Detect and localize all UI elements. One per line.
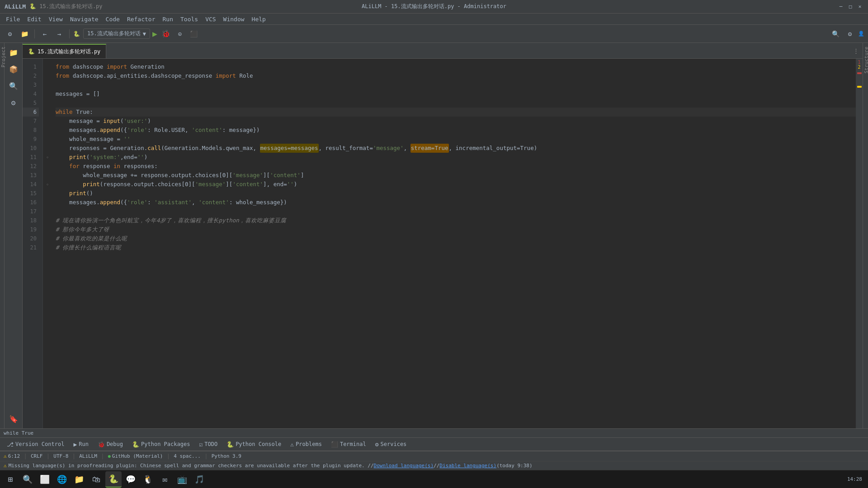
gutter-14: ◦ [43,180,52,189]
taskbar-app[interactable]: 📺 [174,471,190,488]
tab-python-packages-label: Python Packages [141,441,190,447]
line-num-8: 8 [23,126,39,135]
error-indicator-1 [857,72,862,74]
taskbar-task-view[interactable]: ⬜ [37,471,53,488]
tab-debug[interactable]: 🐞 Debug [93,438,127,450]
tab-python-console-label: Python Console [236,441,281,447]
code-line-3 [56,80,856,89]
toolbar-forward-icon[interactable]: → [53,28,66,40]
error-stripe: 1 2 [856,59,863,428]
editor-tab-main[interactable]: 🐍 15.流式输出多轮对话.py [23,44,106,58]
toolbar-back-icon[interactable]: ← [38,28,51,40]
taskbar-pycharm[interactable]: 🐍 [105,471,122,488]
menu-view[interactable]: View [45,15,66,23]
tab-problems-label: Problems [296,441,322,447]
menu-refactor[interactable]: Refactor [123,15,159,23]
tab-python-console[interactable]: 🐍 Python Console [222,438,286,450]
download-link[interactable]: Download language(s) [374,463,434,469]
code-content[interactable]: from dashscope import Generation from da… [52,59,856,428]
code-line-4: messages = [] [56,89,856,99]
menu-vcs[interactable]: VCS [202,15,219,23]
code-line-11: print('system:',end='') [56,153,856,162]
menu-edit[interactable]: Edit [24,15,45,23]
line-num-17: 17 [23,207,39,216]
line-num-9: 9 [23,135,39,144]
taskbar-right: 14:28 [844,476,866,482]
menu-help[interactable]: Help [248,15,269,23]
tab-more-button[interactable]: ⋮ [849,47,863,54]
run-button[interactable]: ▶ [151,28,158,39]
status-language: Python 3.9 [212,453,241,459]
taskbar-app2[interactable]: 🎵 [191,471,208,488]
line-num-20: 20 [23,234,39,243]
taskbar-edge[interactable]: 🌐 [54,471,70,488]
sidebar-icon-2[interactable]: 📦 [6,62,21,76]
problems-icon: ⚠ [290,441,294,448]
gutter-10 [43,144,52,153]
line-num-12: 12 [23,162,39,171]
menu-navigate[interactable]: Navigate [66,15,102,23]
tab-run[interactable]: ▶ Run [69,438,93,450]
tab-problems[interactable]: ⚠ Problems [286,438,326,450]
sidebar-icon-1[interactable]: 📁 [6,45,21,60]
sidebar-icon-3[interactable]: 🔍 [6,79,21,93]
settings-button[interactable]: ⚙ [844,28,856,40]
taskbar-qq[interactable]: 🐧 [140,471,156,488]
menu-tools[interactable]: Tools [177,15,202,23]
bottom-tabs: ⎇ Version Control ▶ Run 🐞 Debug 🐍 Python… [0,437,868,451]
taskbar-explorer[interactable]: 📁 [71,471,87,488]
tab-todo[interactable]: ☑ TODO [194,438,222,450]
run-config-selector[interactable]: 15.流式输出多轮对话 ▼ [83,28,150,39]
disable-link[interactable]: Disable language(s) [439,463,496,469]
structure-label[interactable]: Structure [863,43,868,77]
code-line-7: message = input('user:') [56,117,856,126]
code-line-17 [56,207,856,216]
taskbar-mail[interactable]: ✉ [157,471,173,488]
toolbar-left: ⚙ 📁 ← → [4,28,71,40]
title-bar: ALiLLM 🐍 15.流式输出多轮对话.py ALiLLM - 15.流式输出… [0,0,868,14]
taskbar-wechat[interactable]: 💬 [123,471,139,488]
status-line-ending: CRLF [31,453,43,459]
gutter-4 [43,89,52,99]
stop-button[interactable]: ⬛ [188,28,200,40]
terminal-icon: ⬛ [331,441,338,448]
message-text: Missing language(s) in proofreading plug… [9,463,374,469]
project-panel[interactable]: Project [0,43,5,428]
structure-panel[interactable]: Structure [863,43,868,428]
project-label[interactable]: Project [0,43,7,71]
code-line-5 [56,99,856,108]
tab-python-packages[interactable]: 🐍 Python Packages [127,438,194,450]
code-line-15: print() [56,189,856,198]
minimize-button[interactable]: ─ [837,3,844,10]
gutter-1 [43,62,52,71]
restore-button[interactable]: □ [847,3,854,10]
debug-button[interactable]: 🐞 [160,28,172,40]
menu-file[interactable]: File [2,15,24,23]
taskbar-time: 14:28 [847,476,862,482]
taskbar-store[interactable]: 🛍 [88,471,104,488]
code-editor: 1 2 3 4 5 6 7 8 9 10 11 12 13 14 15 16 1… [23,59,863,428]
search-button[interactable]: 🔍 [829,28,842,40]
line-num-1: 1 [23,62,39,71]
sidebar-icon-4[interactable]: ⚙ [6,95,21,110]
taskbar-start[interactable]: ⊞ [2,471,19,488]
menu-code[interactable]: Code [102,15,123,23]
taskbar-search[interactable]: 🔍 [19,471,36,488]
menu-run[interactable]: Run [159,15,177,23]
message-warning-icon: ⚠ [4,463,7,469]
close-button[interactable]: ✕ [856,3,863,10]
code-line-1: from dashscope import Generation [56,62,856,71]
tab-version-control[interactable]: ⎇ Version Control [2,438,69,450]
tab-terminal-label: Terminal [340,441,366,447]
gutter-17 [43,207,52,216]
coverage-button[interactable]: ⊙ [174,28,186,40]
line-numbers: 1 2 3 4 5 6 7 8 9 10 11 12 13 14 15 16 1… [23,59,43,428]
toolbar-folder-icon[interactable]: 📁 [18,28,31,40]
line-num-18: 18 [23,216,39,225]
gutter-12 [43,162,52,171]
tab-terminal[interactable]: ⬛ Terminal [326,438,371,450]
tab-services[interactable]: ⚙ Services [371,438,411,450]
bookmarks-icon[interactable]: 🔖 [6,412,21,426]
menu-window[interactable]: Window [220,15,248,23]
toolbar-settings-icon[interactable]: ⚙ [4,28,16,40]
